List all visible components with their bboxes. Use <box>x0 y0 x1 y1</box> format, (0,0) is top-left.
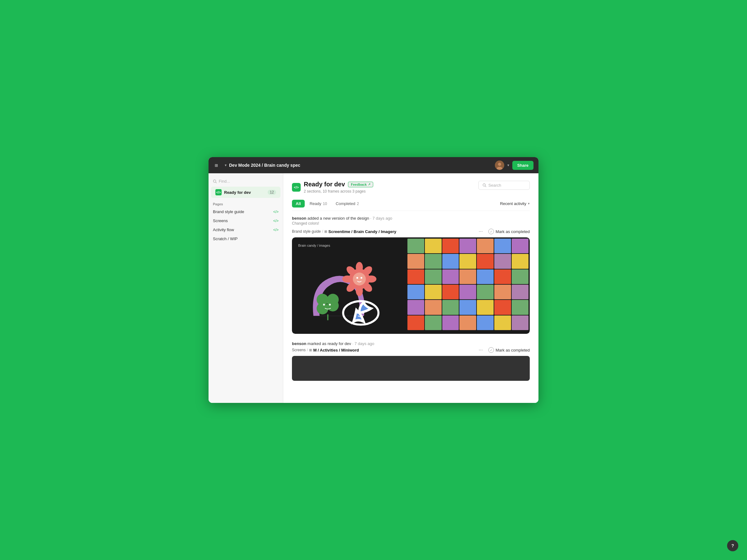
svg-point-26 <box>327 294 339 305</box>
mark-completed-button-0[interactable]: ✓ Mark as completed <box>488 229 530 234</box>
activity-item-0: benson added a new version of the design… <box>292 216 530 334</box>
check-circle-icon-0: ✓ <box>488 229 494 234</box>
sidebar-item-scratch-wip[interactable]: Scratch / WIP <box>209 234 283 243</box>
color-grid-cell <box>425 239 442 253</box>
code-icon-activity: </> <box>273 228 279 232</box>
preview-characters-area: Brain candy / images <box>292 237 406 334</box>
tabs-left: All Ready 10 Completed 2 <box>292 200 363 208</box>
mark-completed-label-0: Mark as completed <box>495 229 530 234</box>
color-grid-cell <box>442 300 459 315</box>
color-grid-cell <box>512 300 529 315</box>
color-grid-cell <box>477 316 494 330</box>
preview-label: Brain candy / images <box>298 244 400 247</box>
frame-name-0: Screentime / Brain Candy / Imagery <box>328 229 396 234</box>
color-grid-cell <box>425 300 442 315</box>
tab-ready[interactable]: Ready 10 <box>306 200 331 208</box>
sidebar-item-ready-for-dev[interactable]: </> Ready for dev 12 <box>211 187 280 198</box>
titlebar-breadcrumb: Dev Mode 2024 / Brain candy spec <box>229 163 300 168</box>
sidebar-item-brand-style-guide[interactable]: Brand style guide </> <box>209 207 283 216</box>
help-button[interactable]: ? <box>727 540 738 551</box>
color-grid-cell <box>512 254 529 268</box>
color-grid-cell <box>459 285 476 299</box>
mark-completed-label-1: Mark as completed <box>495 348 530 352</box>
path-page-1: Screens <box>292 348 306 352</box>
color-grid-cell <box>512 316 529 330</box>
chevron-down-icon: ▾ <box>528 202 530 206</box>
titlebar: ⊞ ▾ Dev Mode 2024 / Brain candy spec ▾ S… <box>209 157 538 173</box>
content-title-block: Ready for dev Feedback ↗ 2 sections, 10 … <box>304 181 373 193</box>
tab-completed[interactable]: Completed 2 <box>332 200 363 208</box>
activity-desc-0: Changed colors! <box>292 221 530 225</box>
svg-point-14 <box>342 276 353 283</box>
avatar-chevron-icon[interactable]: ▾ <box>507 163 509 167</box>
frame-icon-0: ⊞ <box>324 230 327 234</box>
color-grid-cell <box>477 269 494 284</box>
avatar <box>495 161 504 170</box>
svg-point-25 <box>316 294 328 305</box>
svg-text:⊞: ⊞ <box>215 162 218 168</box>
color-grid-cell <box>425 316 442 330</box>
recent-activity-button[interactable]: Recent activity ▾ <box>500 201 530 206</box>
sidebar-item-activity-flow[interactable]: Activity flow </> <box>209 225 283 234</box>
color-grid-cell <box>442 285 459 299</box>
activity-path-0: Brand style guide / ⊞ Screentime / Brain… <box>292 229 396 234</box>
more-options-button-1[interactable]: ··· <box>477 347 485 353</box>
color-grid-cell <box>407 285 424 299</box>
color-grid-cell <box>442 254 459 268</box>
page-name-scratch: Scratch / WIP <box>213 236 237 241</box>
color-grid-cell <box>477 300 494 315</box>
sidebar: </> Ready for dev 12 Pages Brand style g… <box>209 173 283 403</box>
page-name-activity-flow: Activity flow <box>213 228 234 232</box>
figma-logo-icon[interactable]: ⊞ <box>213 161 222 169</box>
svg-point-29 <box>329 304 331 305</box>
breadcrumb-prefix: Dev Mode 2024 / <box>229 163 264 168</box>
color-grid-cell <box>494 269 511 284</box>
color-grid-cell <box>512 285 529 299</box>
color-grid-cell <box>407 316 424 330</box>
ready-for-dev-icon: </> <box>215 189 222 195</box>
color-grid-cell <box>459 254 476 268</box>
tab-ready-inner: Ready 10 <box>310 201 327 206</box>
color-grid-cell <box>407 254 424 268</box>
brain-candy-image: Brain candy / images <box>292 237 530 334</box>
feedback-button[interactable]: Feedback ↗ <box>348 182 373 187</box>
color-grid-cell <box>494 285 511 299</box>
search-icon <box>213 179 217 184</box>
path-separator-0: / <box>322 229 323 234</box>
color-grid-cell <box>459 316 476 330</box>
svg-point-28 <box>323 304 325 305</box>
activity-time-1: · 7 days ago <box>352 341 375 346</box>
tab-all[interactable]: All <box>292 200 305 208</box>
color-grid-cell <box>442 239 459 253</box>
content-search-input[interactable] <box>488 183 526 188</box>
frame-name-1: M / Activities / Miniword <box>313 348 359 352</box>
path-separator-1: / <box>307 348 308 352</box>
frame-icon-1: ⊞ <box>309 348 312 352</box>
characters-svg <box>298 251 400 328</box>
sidebar-search-input[interactable] <box>219 179 279 184</box>
recent-activity-label: Recent activity <box>500 201 526 206</box>
content-title-text: Ready for dev <box>304 181 345 188</box>
svg-point-3 <box>498 163 501 166</box>
tabs-row: All Ready 10 Completed 2 <box>292 200 530 211</box>
color-grid-cell <box>442 316 459 330</box>
activity-meta-1: benson marked as ready for dev · 7 days … <box>292 341 530 346</box>
main-layout: </> Ready for dev 12 Pages Brand style g… <box>209 173 538 403</box>
share-button[interactable]: Share <box>512 161 534 170</box>
external-link-icon: ↗ <box>368 183 370 186</box>
more-options-button-0[interactable]: ··· <box>477 228 485 235</box>
frame-preview-0: Brain candy / images <box>292 237 530 334</box>
color-grid-cell <box>425 285 442 299</box>
color-grid-cell <box>459 269 476 284</box>
activity-item-1: benson marked as ready for dev · 7 days … <box>292 341 530 381</box>
titlebar-right: ▾ Share <box>495 161 534 170</box>
titlebar-left: ⊞ ▾ Dev Mode 2024 / Brain candy spec <box>213 161 300 169</box>
activity-path-row-0: Brand style guide / ⊞ Screentime / Brain… <box>292 228 530 235</box>
svg-line-6 <box>216 182 216 183</box>
color-grid <box>406 237 530 334</box>
content-search-box[interactable] <box>479 181 530 190</box>
color-grid-cell <box>407 239 424 253</box>
activity-time-0: · 7 days ago <box>370 216 392 220</box>
mark-completed-button-1[interactable]: ✓ Mark as completed <box>488 347 530 353</box>
sidebar-item-screens[interactable]: Screens </> <box>209 216 283 225</box>
